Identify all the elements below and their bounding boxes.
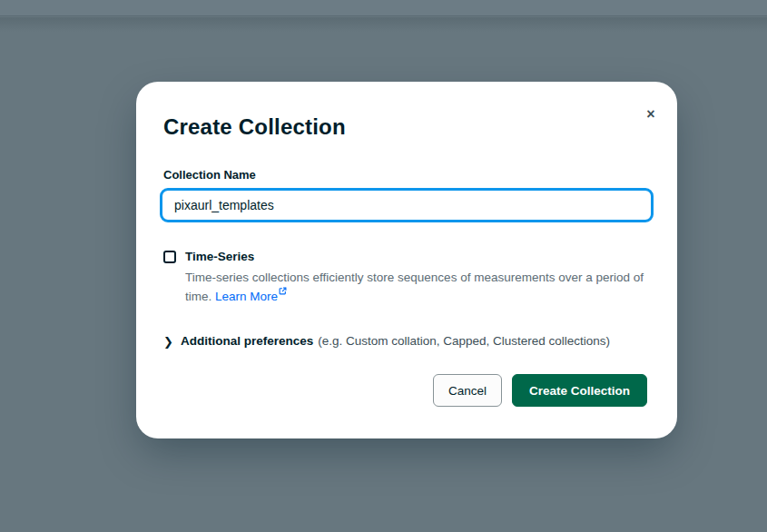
modal-title: Create Collection: [163, 114, 650, 140]
chevron-right-icon: ❯: [163, 335, 173, 349]
modal-footer: Cancel Create Collection: [433, 374, 647, 407]
collection-name-label: Collection Name: [163, 168, 650, 182]
learn-more-link[interactable]: Learn More: [215, 290, 287, 303]
external-link-icon: [279, 287, 287, 297]
time-series-description: Time-series collections efficiently stor…: [185, 269, 654, 306]
additional-preferences-toggle[interactable]: ❯ Additional preferences (e.g. Custom co…: [163, 334, 650, 348]
additional-preferences-label: Additional preferences: [181, 334, 313, 348]
time-series-row: Time-Series: [163, 250, 650, 263]
create-collection-button[interactable]: Create Collection: [512, 374, 647, 407]
close-icon[interactable]: ×: [639, 103, 663, 126]
cancel-button[interactable]: Cancel: [433, 374, 502, 407]
time-series-label[interactable]: Time-Series: [185, 250, 254, 263]
collection-name-input[interactable]: [160, 188, 654, 222]
additional-preferences-hint: (e.g. Custom collation, Capped, Clustere…: [318, 334, 610, 348]
time-series-checkbox[interactable]: [163, 251, 176, 263]
create-collection-modal: Create Collection Collection Name Time-S…: [136, 82, 677, 438]
